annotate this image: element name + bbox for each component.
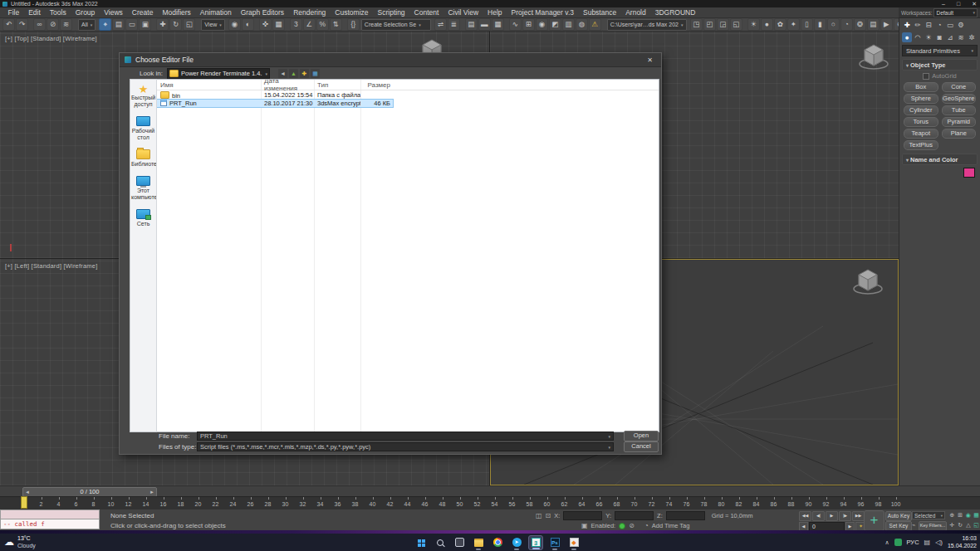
menu-civil-view[interactable]: Civil View xyxy=(443,7,483,18)
select-rotate-icon[interactable]: ↻ xyxy=(169,18,182,31)
ring-icon[interactable]: ○ xyxy=(827,18,840,31)
time-marker[interactable] xyxy=(21,496,27,509)
object-color-swatch[interactable] xyxy=(963,168,975,178)
maximize-button[interactable]: □ xyxy=(957,1,960,7)
search-icon[interactable] xyxy=(433,535,448,550)
layer-explorer-icon[interactable]: ▤ xyxy=(465,18,478,31)
warning-icon[interactable]: ⚠ xyxy=(589,18,601,31)
file-list[interactable]: Имя Дата изменения Тип Размер bin 15.04.… xyxy=(157,79,659,432)
pan-icon[interactable]: ✛ xyxy=(948,521,956,529)
play-button[interactable]: ▶ xyxy=(826,511,838,521)
menu-tools[interactable]: Tools xyxy=(45,7,71,18)
shapes-category[interactable]: ◠ xyxy=(913,32,923,42)
isolate-selection-icon[interactable]: ◫ xyxy=(536,512,542,519)
selection-set-dropdown[interactable]: Selected xyxy=(912,511,945,519)
character-icon[interactable]: ✦ xyxy=(787,18,800,31)
files-of-type-dropdown[interactable]: Script files (*.ms,*.mse,*.mcr,*.mis,*.m… xyxy=(197,442,614,451)
go-to-end-button[interactable]: ▶▶ xyxy=(852,511,865,521)
start-button[interactable] xyxy=(414,535,429,550)
lights-category[interactable]: ☀ xyxy=(924,32,933,42)
menu-edit[interactable]: Edit xyxy=(24,7,46,18)
helpers-category[interactable]: ⊿ xyxy=(945,32,955,42)
book-icon[interactable]: ▯ xyxy=(801,18,813,31)
ribbon-icon[interactable]: ▬ xyxy=(478,18,491,31)
macro-recorder-line[interactable] xyxy=(0,510,100,519)
listener-line[interactable]: -- called f xyxy=(0,519,100,529)
redo-icon[interactable]: ↷ xyxy=(16,18,28,31)
render-setup-icon[interactable]: ◩ xyxy=(549,18,561,31)
geometry-category[interactable]: ● xyxy=(902,32,912,42)
cancel-button[interactable]: Cancel xyxy=(624,441,659,452)
x-field[interactable] xyxy=(563,511,602,520)
viewport-top-label[interactable]: [+] [Top] [Standard] [Wireframe] xyxy=(5,35,97,42)
column-date[interactable]: Дата изменения xyxy=(261,79,314,92)
zoom-extents-icon[interactable]: ◉ xyxy=(965,511,973,519)
selection-filter-dropdown[interactable]: All xyxy=(78,19,96,31)
window-crossing-icon[interactable]: ▣ xyxy=(139,18,151,31)
open-button[interactable]: Open xyxy=(624,431,659,441)
task-view-button[interactable] xyxy=(452,535,467,550)
material-editor-icon[interactable]: ◉ xyxy=(536,18,548,31)
curve-editor-icon[interactable]: ∿ xyxy=(509,18,522,31)
menu-content[interactable]: Content xyxy=(409,7,443,18)
viewcube[interactable] xyxy=(855,41,892,75)
workspaces-dropdown[interactable]: Default xyxy=(933,8,978,17)
autogrid-checkbox[interactable] xyxy=(923,73,929,80)
language-indicator[interactable]: РУС xyxy=(907,539,919,546)
use-pivot-center-icon[interactable]: ◉ xyxy=(228,18,241,31)
tube-button[interactable]: Tube xyxy=(942,105,977,115)
select-move-icon[interactable]: ✚ xyxy=(156,18,169,31)
new-key-button[interactable]: + xyxy=(864,510,884,531)
utilities-tab[interactable]: ⚙ xyxy=(956,20,966,30)
rendered-frame-window-icon[interactable]: ▥ xyxy=(562,18,575,31)
menu-help[interactable]: Help xyxy=(483,7,507,18)
viewcube[interactable] xyxy=(850,266,886,300)
hierarchy-tab[interactable]: ⊟ xyxy=(924,20,933,30)
file-row-prt-run[interactable]: PRT_Run 28.10.2017 21:30 3dsMax encrypte… xyxy=(157,100,393,107)
torus-button[interactable]: Torus xyxy=(904,117,938,127)
z-field[interactable] xyxy=(666,511,705,520)
cylinder-button[interactable]: Cylinder xyxy=(904,105,938,115)
snaps-toggle-icon[interactable]: 3 xyxy=(290,18,302,31)
scene-explorer-icon[interactable]: ▦ xyxy=(492,18,504,31)
keyboard-override-icon[interactable]: ▦ xyxy=(272,18,285,31)
telegram-button[interactable]: ➤ xyxy=(509,535,524,550)
column-type[interactable]: Тип xyxy=(314,81,360,89)
lamp-icon[interactable]: ❂ xyxy=(854,18,866,31)
volume-icon[interactable]: ◁) xyxy=(935,539,943,546)
menu-scripting[interactable]: Scripting xyxy=(373,7,409,18)
primitive-category-dropdown[interactable]: Standard Primitives xyxy=(902,45,978,56)
systems-category[interactable]: ✲ xyxy=(967,32,977,42)
named-selection-dropdown[interactable]: Create Selection Se xyxy=(361,19,431,31)
textplus-button[interactable]: TextPlus xyxy=(904,140,938,150)
y-field[interactable] xyxy=(615,511,654,520)
panel-icon[interactable]: ▤ xyxy=(867,18,880,31)
spinner-snap-icon[interactable]: ⇅ xyxy=(330,18,342,31)
modify-tab[interactable]: ✏ xyxy=(913,20,923,30)
display-tab[interactable]: ▭ xyxy=(945,20,955,30)
3dsmax-taskbar-button[interactable]: 3 xyxy=(528,535,543,550)
sphere-button[interactable]: Sphere xyxy=(904,94,938,104)
selection-lock-icon[interactable]: ⊡ xyxy=(546,512,551,519)
dot-icon[interactable]: ● xyxy=(761,18,773,31)
project-folder-dropdown[interactable]: C:\Users\yar…ds Max 202 xyxy=(607,19,687,31)
object-type-rollout[interactable]: Object Type xyxy=(902,59,978,71)
select-by-name-icon[interactable]: ▤ xyxy=(112,18,125,31)
chrome-button[interactable] xyxy=(490,535,505,550)
place-this-pc[interactable]: Этот компьютер xyxy=(130,171,156,204)
dialog-title-bar[interactable]: Choose Editor File ✕ xyxy=(120,53,661,67)
align-icon[interactable]: ≣ xyxy=(448,18,460,31)
spacewarps-category[interactable]: ≋ xyxy=(956,32,966,42)
app-orange-button[interactable]: ◆ xyxy=(566,535,581,550)
maximize-viewport-icon[interactable]: ◱ xyxy=(973,521,980,529)
menu-group[interactable]: Group xyxy=(71,7,100,18)
menu-views[interactable]: Views xyxy=(100,7,128,18)
back-icon[interactable]: ◄ xyxy=(278,69,287,78)
mouse-icon[interactable]: ▣ xyxy=(581,522,588,529)
add-time-tag[interactable]: Add Time Tag xyxy=(652,522,690,529)
box-button[interactable]: Box xyxy=(904,82,938,92)
panel-play-icon[interactable]: ▶ xyxy=(880,18,893,31)
unlink-icon[interactable]: ⊘ xyxy=(47,18,59,31)
teapot-button[interactable]: Teapot xyxy=(904,129,938,139)
dialog-close-icon[interactable]: ✕ xyxy=(644,56,656,64)
